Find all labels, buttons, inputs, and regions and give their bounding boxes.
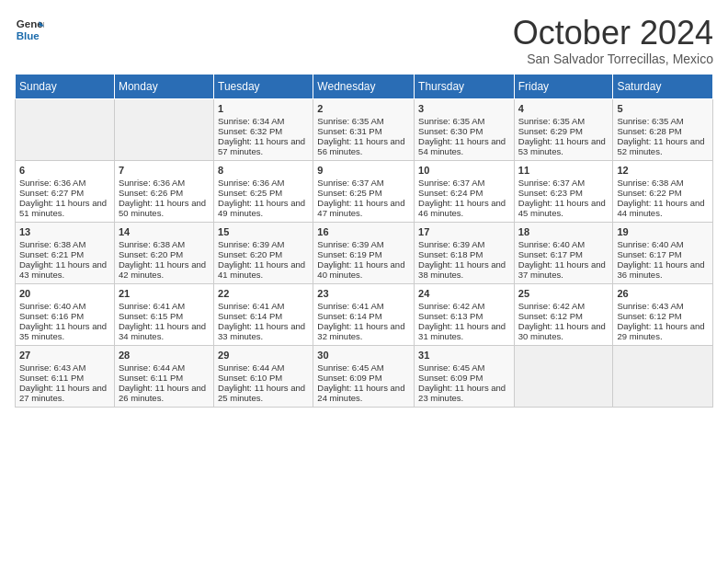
day-number: 26	[617, 288, 709, 299]
daylight-text: Daylight: 11 hours and 40 minutes.	[317, 259, 410, 280]
day-number: 8	[218, 165, 309, 176]
sunset-text: Sunset: 6:25 PM	[317, 188, 410, 198]
calendar-cell	[114, 98, 213, 160]
month-title: October 2024	[513, 15, 713, 52]
weekday-header-monday: Monday	[114, 74, 213, 98]
calendar-cell: 7Sunrise: 6:36 AMSunset: 6:26 PMDaylight…	[114, 160, 213, 222]
day-number: 25	[518, 288, 609, 299]
day-number: 17	[418, 226, 510, 237]
daylight-text: Daylight: 11 hours and 34 minutes.	[119, 321, 210, 341]
sunset-text: Sunset: 6:18 PM	[418, 249, 510, 259]
calendar-cell: 4Sunrise: 6:35 AMSunset: 6:29 PMDaylight…	[514, 98, 613, 160]
day-number: 1	[218, 103, 309, 114]
sunrise-text: Sunrise: 6:35 AM	[418, 116, 510, 126]
sunset-text: Sunset: 6:28 PM	[617, 126, 709, 136]
daylight-text: Daylight: 11 hours and 38 minutes.	[418, 259, 510, 280]
calendar-cell: 21Sunrise: 6:41 AMSunset: 6:15 PMDayligh…	[114, 283, 213, 345]
sunset-text: Sunset: 6:31 PM	[317, 126, 410, 136]
calendar-week-row: 27Sunrise: 6:43 AMSunset: 6:11 PMDayligh…	[16, 345, 713, 407]
daylight-text: Daylight: 11 hours and 31 minutes.	[418, 321, 510, 341]
day-number: 6	[19, 165, 110, 176]
calendar-cell: 20Sunrise: 6:40 AMSunset: 6:16 PMDayligh…	[16, 283, 115, 345]
daylight-text: Daylight: 11 hours and 41 minutes.	[218, 259, 309, 280]
sunset-text: Sunset: 6:19 PM	[317, 249, 410, 259]
sunrise-text: Sunrise: 6:40 AM	[617, 239, 709, 249]
sunrise-text: Sunrise: 6:36 AM	[19, 178, 110, 188]
sunset-text: Sunset: 6:10 PM	[218, 373, 309, 383]
daylight-text: Daylight: 11 hours and 50 minutes.	[119, 198, 210, 218]
day-number: 12	[617, 165, 709, 176]
day-number: 16	[317, 226, 410, 237]
sunrise-text: Sunrise: 6:43 AM	[617, 301, 709, 311]
calendar-week-row: 6Sunrise: 6:36 AMSunset: 6:27 PMDaylight…	[16, 160, 713, 222]
calendar-cell: 9Sunrise: 6:37 AMSunset: 6:25 PMDaylight…	[313, 160, 415, 222]
calendar-cell: 29Sunrise: 6:44 AMSunset: 6:10 PMDayligh…	[214, 345, 313, 407]
sunset-text: Sunset: 6:26 PM	[119, 188, 210, 198]
day-number: 5	[617, 103, 709, 114]
sunset-text: Sunset: 6:14 PM	[317, 311, 410, 321]
calendar-cell: 6Sunrise: 6:36 AMSunset: 6:27 PMDaylight…	[16, 160, 115, 222]
sunrise-text: Sunrise: 6:38 AM	[617, 178, 709, 188]
calendar-cell: 12Sunrise: 6:38 AMSunset: 6:22 PMDayligh…	[613, 160, 713, 222]
sunset-text: Sunset: 6:20 PM	[119, 249, 210, 259]
daylight-text: Daylight: 11 hours and 44 minutes.	[617, 198, 709, 218]
calendar-cell: 26Sunrise: 6:43 AMSunset: 6:12 PMDayligh…	[613, 283, 713, 345]
calendar-week-row: 1Sunrise: 6:34 AMSunset: 6:32 PMDaylight…	[16, 98, 713, 160]
calendar-cell: 16Sunrise: 6:39 AMSunset: 6:19 PMDayligh…	[313, 222, 415, 283]
location: San Salvador Torrecillas, Mexico	[513, 52, 713, 66]
day-number: 11	[518, 165, 609, 176]
sunset-text: Sunset: 6:20 PM	[218, 249, 309, 259]
sunrise-text: Sunrise: 6:44 AM	[119, 362, 210, 373]
sunset-text: Sunset: 6:09 PM	[418, 373, 510, 383]
calendar-cell: 27Sunrise: 6:43 AMSunset: 6:11 PMDayligh…	[16, 345, 115, 407]
calendar-week-row: 13Sunrise: 6:38 AMSunset: 6:21 PMDayligh…	[16, 222, 713, 283]
sunrise-text: Sunrise: 6:42 AM	[418, 301, 510, 311]
sunrise-text: Sunrise: 6:35 AM	[617, 116, 709, 126]
daylight-text: Daylight: 11 hours and 45 minutes.	[518, 198, 609, 218]
calendar-cell: 15Sunrise: 6:39 AMSunset: 6:20 PMDayligh…	[214, 222, 313, 283]
calendar-cell: 14Sunrise: 6:38 AMSunset: 6:20 PMDayligh…	[114, 222, 213, 283]
sunrise-text: Sunrise: 6:45 AM	[418, 362, 510, 373]
sunrise-text: Sunrise: 6:40 AM	[19, 301, 110, 311]
day-number: 29	[218, 350, 309, 361]
sunset-text: Sunset: 6:27 PM	[19, 188, 110, 198]
sunrise-text: Sunrise: 6:38 AM	[119, 239, 210, 249]
calendar-cell: 11Sunrise: 6:37 AMSunset: 6:23 PMDayligh…	[514, 160, 613, 222]
daylight-text: Daylight: 11 hours and 54 minutes.	[418, 136, 510, 156]
calendar-cell: 18Sunrise: 6:40 AMSunset: 6:17 PMDayligh…	[514, 222, 613, 283]
calendar-cell: 3Sunrise: 6:35 AMSunset: 6:30 PMDaylight…	[415, 98, 515, 160]
sunrise-text: Sunrise: 6:41 AM	[119, 301, 210, 311]
sunrise-text: Sunrise: 6:35 AM	[518, 116, 609, 126]
day-number: 22	[218, 288, 309, 299]
sunrise-text: Sunrise: 6:41 AM	[218, 301, 309, 311]
sunrise-text: Sunrise: 6:37 AM	[518, 178, 609, 188]
daylight-text: Daylight: 11 hours and 36 minutes.	[617, 259, 709, 280]
sunset-text: Sunset: 6:14 PM	[218, 311, 309, 321]
daylight-text: Daylight: 11 hours and 32 minutes.	[317, 321, 410, 341]
calendar-cell: 23Sunrise: 6:41 AMSunset: 6:14 PMDayligh…	[313, 283, 415, 345]
daylight-text: Daylight: 11 hours and 23 minutes.	[418, 383, 510, 403]
day-number: 15	[218, 226, 309, 237]
sunrise-text: Sunrise: 6:35 AM	[317, 116, 410, 126]
calendar-cell: 25Sunrise: 6:42 AMSunset: 6:12 PMDayligh…	[514, 283, 613, 345]
daylight-text: Daylight: 11 hours and 43 minutes.	[19, 259, 110, 280]
sunrise-text: Sunrise: 6:40 AM	[518, 239, 609, 249]
calendar-cell: 10Sunrise: 6:37 AMSunset: 6:24 PMDayligh…	[415, 160, 515, 222]
daylight-text: Daylight: 11 hours and 29 minutes.	[617, 321, 709, 341]
calendar-week-row: 20Sunrise: 6:40 AMSunset: 6:16 PMDayligh…	[16, 283, 713, 345]
day-number: 27	[19, 350, 110, 361]
sunset-text: Sunset: 6:17 PM	[617, 249, 709, 259]
day-number: 23	[317, 288, 410, 299]
sunset-text: Sunset: 6:09 PM	[317, 373, 410, 383]
weekday-header-sunday: Sunday	[16, 74, 115, 98]
logo-icon: General Blue	[15, 15, 44, 44]
sunrise-text: Sunrise: 6:37 AM	[317, 178, 410, 188]
sunset-text: Sunset: 6:16 PM	[19, 311, 110, 321]
svg-text:Blue: Blue	[17, 30, 40, 41]
weekday-header-wednesday: Wednesday	[313, 74, 415, 98]
calendar-cell	[514, 345, 613, 407]
calendar-cell: 13Sunrise: 6:38 AMSunset: 6:21 PMDayligh…	[16, 222, 115, 283]
daylight-text: Daylight: 11 hours and 35 minutes.	[19, 321, 110, 341]
page-header: General Blue October 2024 San Salvador T…	[15, 15, 713, 66]
day-number: 7	[119, 165, 210, 176]
